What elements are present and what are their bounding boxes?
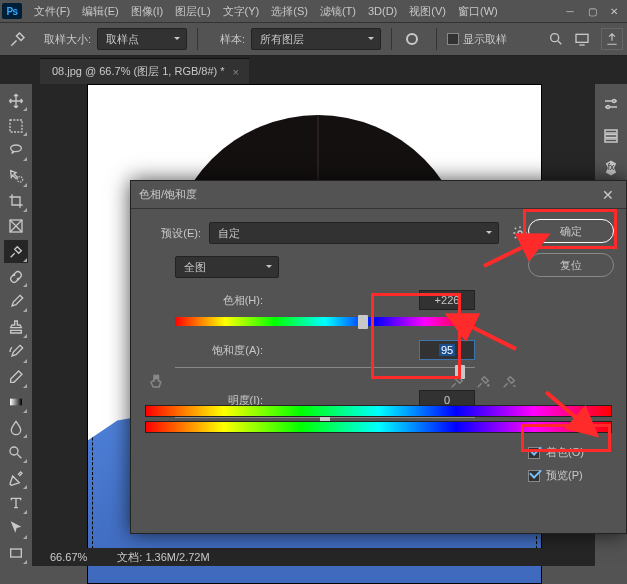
eyedropper-subtract-icon[interactable] <box>500 373 518 391</box>
scrubby-hand-icon[interactable] <box>147 371 167 391</box>
show-sample-checkbox[interactable] <box>447 33 459 45</box>
crop-tool-icon[interactable] <box>4 190 28 213</box>
gear-icon[interactable] <box>511 224 529 242</box>
dodge-tool-icon[interactable] <box>4 441 28 464</box>
path-select-tool-icon[interactable] <box>4 517 28 540</box>
pen-tool-icon[interactable] <box>4 466 28 489</box>
menu-type[interactable]: 文字(Y) <box>217 2 266 21</box>
spectrum-bar-top <box>145 405 612 417</box>
menu-file[interactable]: 文件(F) <box>28 2 76 21</box>
svg-rect-3 <box>10 120 22 132</box>
menu-window[interactable]: 窗口(W) <box>452 2 504 21</box>
document-tab[interactable]: 08.jpg @ 66.7% (图层 1, RGB/8#) * × <box>40 58 249 84</box>
svg-rect-16 <box>605 139 617 142</box>
hue-slider[interactable] <box>175 317 475 327</box>
svg-point-12 <box>613 100 616 103</box>
svg-point-1 <box>551 34 559 42</box>
window-maximize[interactable]: ▢ <box>581 6 603 17</box>
eyedropper-set-icon[interactable] <box>448 373 466 391</box>
eyedropper-group <box>448 373 518 391</box>
dialog-title-label: 色相/饱和度 <box>139 187 197 202</box>
panel-styles-icon[interactable]: fx <box>599 156 623 180</box>
preset-label: 预设(E): <box>145 226 201 241</box>
svg-point-8 <box>17 278 18 279</box>
marquee-tool-icon[interactable] <box>4 114 28 137</box>
lasso-tool-icon[interactable] <box>4 139 28 162</box>
type-tool-icon[interactable] <box>4 492 28 515</box>
preset-select[interactable]: 自定 <box>209 222 499 244</box>
document-info[interactable]: 文档: 1.36M/2.72M <box>117 550 209 565</box>
svg-point-10 <box>10 447 18 455</box>
spectrum-bars <box>145 405 612 437</box>
eraser-tool-icon[interactable] <box>4 366 28 389</box>
menu-image[interactable]: 图像(I) <box>125 2 169 21</box>
channel-select[interactable]: 全图 <box>175 256 279 278</box>
gradient-tool-icon[interactable] <box>4 391 28 414</box>
menu-filter[interactable]: 滤镜(T) <box>314 2 362 21</box>
menu-layer[interactable]: 图层(L) <box>169 2 216 21</box>
healing-tool-icon[interactable] <box>4 265 28 288</box>
svg-point-0 <box>407 34 417 44</box>
sample-size-label: 取样大小: <box>44 32 91 47</box>
sample-ring-icon[interactable] <box>402 29 422 49</box>
hue-saturation-dialog: 色相/饱和度 ✕ 预设(E): 自定 全图 色相(H): +226 <box>130 180 627 534</box>
share-icon[interactable] <box>601 28 623 50</box>
svg-point-18 <box>518 231 522 235</box>
svg-rect-6 <box>9 270 22 283</box>
ok-button[interactable]: 确定 <box>528 219 614 243</box>
saturation-input[interactable]: 95 <box>419 340 475 360</box>
svg-rect-11 <box>11 549 22 557</box>
colorize-label: 着色(O) <box>546 445 584 460</box>
active-tool-eyedropper-icon[interactable] <box>4 28 32 50</box>
svg-point-13 <box>607 106 610 109</box>
zoom-level[interactable]: 66.67% <box>50 551 87 563</box>
options-divider-2 <box>391 28 392 50</box>
search-icon[interactable] <box>545 28 567 50</box>
menu-bar: Ps 文件(F) 编辑(E) 图像(I) 图层(L) 文字(Y) 选择(S) 滤… <box>0 0 627 22</box>
svg-rect-14 <box>605 130 617 133</box>
document-tab-row: 08.jpg @ 66.7% (图层 1, RGB/8#) * × <box>0 56 627 84</box>
reset-button[interactable]: 复位 <box>528 253 614 277</box>
sample-source-select[interactable]: 所有图层 <box>251 28 381 50</box>
screen-mode-icon[interactable] <box>571 28 593 50</box>
move-tool-icon[interactable] <box>4 89 28 112</box>
saturation-slider[interactable] <box>175 367 475 377</box>
svg-rect-2 <box>576 34 588 42</box>
sample-source-label: 样本: <box>220 32 245 47</box>
menu-edit[interactable]: 编辑(E) <box>76 2 125 21</box>
spectrum-bar-bottom <box>145 421 612 433</box>
options-divider-3 <box>436 28 437 50</box>
app-logo: Ps <box>2 3 22 19</box>
history-brush-tool-icon[interactable] <box>4 341 28 364</box>
eyedropper-add-icon[interactable] <box>474 373 492 391</box>
colorize-checkbox[interactable] <box>528 447 540 459</box>
sample-size-select[interactable]: 取样点 <box>97 28 187 50</box>
dialog-buttons: 确定 复位 着色(O) 预览(P) <box>528 219 614 483</box>
quick-select-tool-icon[interactable] <box>4 164 28 187</box>
frame-tool-icon[interactable] <box>4 215 28 238</box>
hue-input[interactable]: +226 <box>419 290 475 310</box>
brush-tool-icon[interactable] <box>4 290 28 313</box>
saturation-label: 饱和度(A): <box>175 343 263 358</box>
eyedropper-tool-icon[interactable] <box>4 240 28 263</box>
blur-tool-icon[interactable] <box>4 416 28 439</box>
preview-checkbox[interactable] <box>528 470 540 482</box>
window-minimize[interactable]: ─ <box>559 6 581 17</box>
options-divider <box>197 28 198 50</box>
panel-adjustments-icon[interactable] <box>599 92 623 116</box>
menu-3d[interactable]: 3D(D) <box>362 3 403 19</box>
status-bar: 66.67% 文档: 1.36M/2.72M <box>40 548 589 566</box>
stamp-tool-icon[interactable] <box>4 315 28 338</box>
close-tab-icon[interactable]: × <box>233 66 239 78</box>
menu-select[interactable]: 选择(S) <box>265 2 314 21</box>
options-bar: 取样大小: 取样点 样本: 所有图层 显示取样 <box>0 22 627 56</box>
close-icon[interactable]: ✕ <box>598 187 618 203</box>
dialog-titlebar[interactable]: 色相/饱和度 ✕ <box>131 181 626 209</box>
menu-view[interactable]: 视图(V) <box>403 2 452 21</box>
hue-label: 色相(H): <box>175 293 263 308</box>
dialog-body: 预设(E): 自定 全图 色相(H): +226 饱和度(A): 95 <box>131 209 626 447</box>
panel-properties-icon[interactable] <box>599 124 623 148</box>
rectangle-tool-icon[interactable] <box>4 542 28 565</box>
window-close[interactable]: ✕ <box>603 6 625 17</box>
show-sample-label: 显示取样 <box>463 32 507 47</box>
